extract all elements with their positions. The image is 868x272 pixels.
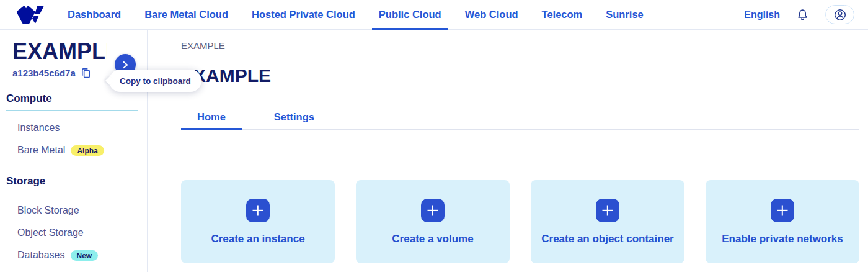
sidebar-item-bare-metal[interactable]: Bare Metal Alpha [0,139,147,161]
primary-nav: Dashboard Bare Metal Cloud Hosted Privat… [56,0,655,30]
project-id: a123b45c6d7a [12,68,76,78]
alpha-badge: Alpha [71,145,104,156]
sidebar-item-object-storage[interactable]: Object Storage [0,222,147,244]
top-navigation: Dashboard Bare Metal Cloud Hosted Privat… [0,0,868,30]
sidebar-item-label: Bare Metal [17,144,65,156]
card-create-object-container[interactable]: Create an object container [531,180,684,263]
sidebar-item-label: Block Storage [17,204,79,217]
plus-icon[interactable] [421,199,445,222]
user-account-button[interactable] [825,5,854,24]
sidebar-item-instances[interactable]: Instances [0,117,147,139]
plus-icon[interactable] [246,199,270,222]
card-create-volume[interactable]: Create a volume [356,180,510,263]
tab-home[interactable]: Home [181,105,242,129]
card-label: Create an object container [541,233,674,245]
section-title-storage: Storage [6,175,147,188]
main-content: EXAMPLE EXAMPLE Home Settings Create an … [148,30,868,272]
language-selector[interactable]: English [744,9,780,20]
sidebar-section-storage: Storage Block Storage Object Storage Dat… [0,175,147,266]
nav-item-telecom[interactable]: Telecom [534,0,591,30]
nav-item-hosted-private-cloud[interactable]: Hosted Private Cloud [244,0,363,30]
plus-icon[interactable] [596,199,619,222]
tab-bar: Home Settings [181,105,859,130]
user-avatar-icon [833,8,847,22]
page-title: EXAMPLE [181,65,859,86]
ovhcloud-logo-icon[interactable] [16,4,45,26]
card-create-instance[interactable]: Create an instance [181,180,335,263]
topnav-right: English [744,5,868,24]
chevron-right-icon [123,61,128,69]
card-enable-private-networks[interactable]: Enable private networks [706,180,859,263]
sidebar-item-label: Object Storage [17,227,84,239]
section-title-compute: Compute [6,93,147,105]
sidebar: EXAMPLE a123b45c6d7a Copy to clipboard C… [0,30,148,272]
nav-item-bare-metal-cloud[interactable]: Bare Metal Cloud [136,0,236,30]
copy-tooltip: Copy to clipboard [109,70,202,92]
section-divider [6,193,138,193]
copy-icon[interactable] [80,67,92,79]
nav-item-web-cloud[interactable]: Web Cloud [457,0,526,30]
section-divider [6,110,138,111]
sidebar-item-block-storage[interactable]: Block Storage [0,199,147,222]
tab-settings[interactable]: Settings [258,105,330,129]
sidebar-item-databases[interactable]: Databases New [0,244,147,266]
sidebar-item-label: Databases [17,249,65,261]
card-label: Enable private networks [722,233,843,245]
nav-item-dashboard[interactable]: Dashboard [60,0,129,30]
notifications-bell-icon[interactable] [796,8,809,22]
breadcrumb[interactable]: EXAMPLE [181,40,859,51]
sidebar-item-label: Instances [17,122,60,134]
nav-item-public-cloud[interactable]: Public Cloud [371,0,450,30]
nav-item-sunrise[interactable]: Sunrise [598,0,652,30]
card-label: Create a volume [392,233,473,245]
plus-icon[interactable] [771,199,794,222]
card-label: Create an instance [211,233,304,245]
quick-action-cards: Create an instance Create a volume Creat… [181,180,859,263]
project-name: EXAMPLE [12,38,107,65]
new-badge: New [71,250,99,261]
sidebar-section-compute: Compute Instances Bare Metal Alpha [0,93,147,161]
